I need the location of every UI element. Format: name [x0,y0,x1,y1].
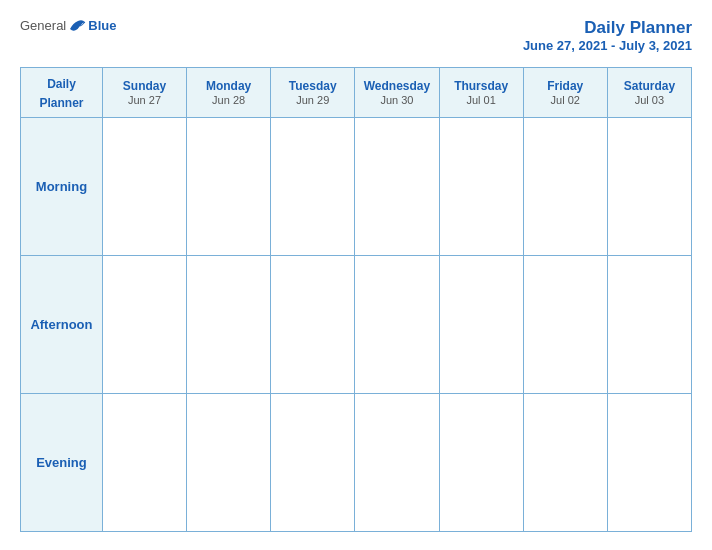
afternoon-mon[interactable] [187,256,271,394]
calendar-header-col-3: Wednesday Jun 30 [355,68,439,118]
calendar-header-col-5: Friday Jul 02 [523,68,607,118]
calendar-header-row: Daily Planner Sunday Jun 27 Monday Jun 2… [21,68,692,118]
evening-label: Evening [21,394,103,532]
title-area: Daily Planner June 27, 2021 - July 3, 20… [523,18,692,53]
morning-sat[interactable] [607,118,691,256]
evening-sat[interactable] [607,394,691,532]
evening-tue[interactable] [271,394,355,532]
logo-bird-icon [68,19,86,33]
afternoon-row: Afternoon [21,256,692,394]
afternoon-sat[interactable] [607,256,691,394]
evening-fri[interactable] [523,394,607,532]
header: General Blue Daily Planner June 27, 2021… [20,18,692,53]
morning-fri[interactable] [523,118,607,256]
date-range: June 27, 2021 - July 3, 2021 [523,38,692,53]
calendar-header-col-6: Saturday Jul 03 [607,68,691,118]
evening-sun[interactable] [102,394,186,532]
morning-wed[interactable] [355,118,439,256]
morning-thu[interactable] [439,118,523,256]
morning-row: Morning [21,118,692,256]
calendar-header-col-0: Sunday Jun 27 [102,68,186,118]
calendar-header-col-2: Tuesday Jun 29 [271,68,355,118]
main-title: Daily Planner [523,18,692,38]
page: General Blue Daily Planner June 27, 2021… [0,0,712,550]
afternoon-wed[interactable] [355,256,439,394]
logo-area: General Blue [20,18,116,33]
morning-label: Morning [21,118,103,256]
evening-mon[interactable] [187,394,271,532]
afternoon-thu[interactable] [439,256,523,394]
morning-mon[interactable] [187,118,271,256]
logo-text: General Blue [20,18,116,33]
logo-blue-text: Blue [88,18,116,33]
calendar-table: Daily Planner Sunday Jun 27 Monday Jun 2… [20,67,692,532]
evening-row: Evening [21,394,692,532]
morning-sun[interactable] [102,118,186,256]
afternoon-sun[interactable] [102,256,186,394]
calendar-header-col-4: Thursday Jul 01 [439,68,523,118]
afternoon-label: Afternoon [21,256,103,394]
afternoon-tue[interactable] [271,256,355,394]
morning-tue[interactable] [271,118,355,256]
afternoon-fri[interactable] [523,256,607,394]
calendar-header-col-1: Monday Jun 28 [187,68,271,118]
evening-thu[interactable] [439,394,523,532]
calendar-header-main: Daily Planner [21,68,103,118]
evening-wed[interactable] [355,394,439,532]
logo-general-text: General [20,18,66,33]
